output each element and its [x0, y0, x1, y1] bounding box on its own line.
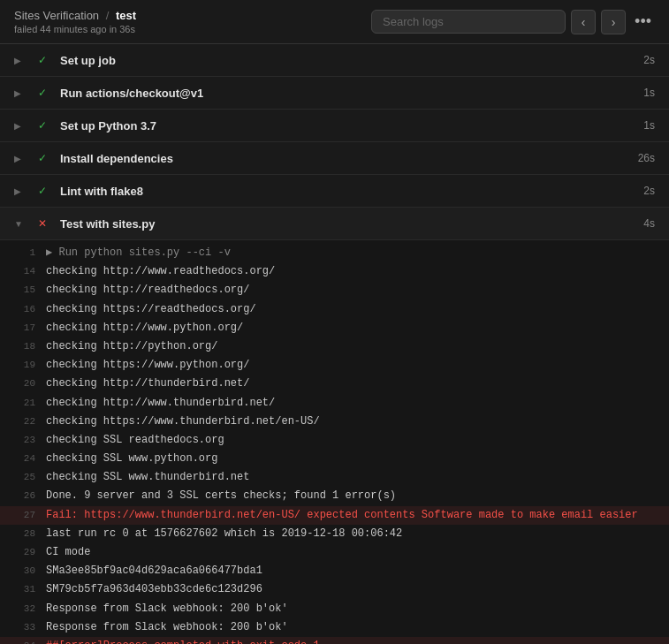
- log-line-15[interactable]: 15 checking http://readthedocs.org/: [0, 281, 669, 299]
- job-duration-checkout: 1s: [628, 87, 655, 99]
- log-area: 1 ▶ Run python sites.py --ci -v 14 check…: [0, 240, 669, 644]
- job-duration-test: 4s: [628, 217, 655, 230]
- log-line-31[interactable]: 31 SM79cb5f7a963d403ebb33cde6c123d296: [0, 580, 669, 599]
- app-container: Sites Verification / test failed 44 minu…: [0, 0, 669, 644]
- line-content-15: checking http://readthedocs.org/: [46, 282, 655, 299]
- line-num-18: 18: [7, 339, 35, 355]
- line-content-17: checking http://www.python.org/: [46, 320, 655, 337]
- line-content-27: Fail: https://www.thunderbird.net/en-US/…: [46, 507, 655, 524]
- job-label-setup: Set up job: [60, 54, 628, 67]
- job-label-deps: Install dependencies: [60, 152, 628, 165]
- line-num-25: 25: [7, 470, 35, 486]
- job-row-lint[interactable]: ▶ ✓ Lint with flake8 2s: [0, 175, 669, 208]
- job-label-python: Set up Python 3.7: [60, 119, 628, 133]
- job-row-python[interactable]: ▶ ✓ Set up Python 3.7 1s: [0, 110, 669, 142]
- line-num-17: 17: [7, 321, 35, 337]
- nav-next-button[interactable]: ›: [601, 10, 626, 34]
- line-num-30: 30: [7, 564, 35, 580]
- job-row-setup[interactable]: ▶ ✓ Set up job 2s: [0, 44, 669, 77]
- header-left: Sites Verification / test failed 44 minu…: [14, 9, 136, 34]
- toggle-deps[interactable]: ▶: [14, 154, 28, 163]
- job-duration-lint: 2s: [628, 185, 655, 197]
- line-num-16: 16: [7, 302, 35, 318]
- line-num-29: 29: [7, 545, 35, 561]
- header: Sites Verification / test failed 44 minu…: [0, 0, 669, 44]
- log-line-14[interactable]: 14 checking http://www.readthedocs.org/: [0, 262, 669, 281]
- line-content-33: Response from Slack webhook: 200 b'ok': [46, 619, 655, 636]
- toggle-checkout[interactable]: ▶: [14, 88, 28, 98]
- toggle-lint[interactable]: ▶: [14, 186, 28, 196]
- log-line-30[interactable]: 30 SMa3ee85bf9ac04d629aca6a066477bda1: [0, 562, 669, 580]
- line-num-28: 28: [7, 527, 35, 542]
- line-content-28: last run rc 0 at 1576627602 which is 201…: [46, 526, 655, 542]
- line-num-32: 32: [7, 602, 35, 617]
- line-num-21: 21: [7, 396, 35, 412]
- nav-prev-button[interactable]: ‹: [571, 10, 596, 34]
- header-right: ‹ › •••: [371, 10, 655, 34]
- search-input[interactable]: [371, 10, 566, 34]
- line-content-30: SMa3ee85bf9ac04d629aca6a066477bda1: [46, 563, 655, 580]
- job-label-checkout: Run actions/checkout@v1: [60, 87, 628, 100]
- job-duration-setup: 2s: [628, 54, 655, 66]
- log-line-18[interactable]: 18 checking http://python.org/: [0, 337, 669, 356]
- log-line-16[interactable]: 16 checking https://readthedocs.org/: [0, 300, 669, 319]
- status-icon-python: ✓: [34, 117, 51, 134]
- line-content-25: checking SSL www.thunderbird.net: [46, 469, 655, 486]
- status-icon-test: ✕: [34, 215, 51, 232]
- log-line-19[interactable]: 19 checking https://www.python.org/: [0, 356, 669, 375]
- job-row-checkout[interactable]: ▶ ✓ Run actions/checkout@v1 1s: [0, 77, 669, 110]
- log-line-27[interactable]: 27 Fail: https://www.thunderbird.net/en-…: [0, 506, 669, 525]
- subtitle: failed 44 minutes ago in 36s: [14, 24, 136, 34]
- status-icon-checkout: ✓: [34, 84, 51, 102]
- toggle-setup[interactable]: ▶: [14, 56, 28, 65]
- jobs-list: ▶ ✓ Set up job 2s ▶ ✓ Run actions/checko…: [0, 44, 669, 644]
- log-line-1[interactable]: 1 ▶ Run python sites.py --ci -v: [0, 244, 669, 262]
- line-num-20: 20: [7, 376, 35, 392]
- breadcrumb-separator: /: [106, 9, 110, 22]
- log-line-23[interactable]: 23 checking SSL readthedocs.org: [0, 431, 669, 450]
- status-icon-lint: ✓: [34, 182, 51, 200]
- line-content-19: checking https://www.python.org/: [46, 357, 655, 374]
- log-line-24[interactable]: 24 checking SSL www.python.org: [0, 450, 669, 468]
- line-num-33: 33: [7, 620, 35, 636]
- log-line-28[interactable]: 28 last run rc 0 at 1576627602 which is …: [0, 525, 669, 543]
- log-line-20[interactable]: 20 checking http://thunderbird.net/: [0, 375, 669, 393]
- line-content-21: checking http://www.thunderbird.net/: [46, 395, 655, 412]
- job-row-test[interactable]: ▼ ✕ Test with sites.py 4s: [0, 208, 669, 240]
- log-line-25[interactable]: 25 checking SSL www.thunderbird.net: [0, 468, 669, 487]
- toggle-python[interactable]: ▶: [14, 121, 28, 131]
- log-line-33[interactable]: 33 Response from Slack webhook: 200 b'ok…: [0, 618, 669, 637]
- toggle-test[interactable]: ▼: [14, 219, 28, 229]
- line-content-16: checking https://readthedocs.org/: [46, 301, 655, 318]
- line-content-29: CI mode: [46, 544, 655, 561]
- breadcrumb: Sites Verification / test: [14, 9, 136, 22]
- line-content-20: checking http://thunderbird.net/: [46, 375, 655, 392]
- line-content-1: ▶ Run python sites.py --ci -v: [46, 245, 655, 261]
- line-num-26: 26: [7, 489, 35, 504]
- log-line-26[interactable]: 26 Done. 9 server and 3 SSL certs checks…: [0, 487, 669, 505]
- line-content-31: SM79cb5f7a963d403ebb33cde6c123d296: [46, 581, 655, 598]
- line-num-1: 1: [7, 246, 35, 261]
- line-num-27: 27: [7, 508, 35, 524]
- line-num-23: 23: [7, 433, 35, 449]
- breadcrumb-job: test: [116, 9, 136, 22]
- line-content-14: checking http://www.readthedocs.org/: [46, 263, 655, 280]
- job-row-deps[interactable]: ▶ ✓ Install dependencies 26s: [0, 142, 669, 175]
- status-icon-deps: ✓: [34, 149, 51, 167]
- line-num-24: 24: [7, 451, 35, 467]
- log-line-32[interactable]: 32 Response from Slack webhook: 200 b'ok…: [0, 600, 669, 618]
- line-num-22: 22: [7, 414, 35, 430]
- log-line-29[interactable]: 29 CI mode: [0, 543, 669, 562]
- log-line-34[interactable]: 34 ##[error]Process completed with exit …: [0, 637, 669, 644]
- breadcrumb-repo: Sites Verification: [14, 9, 99, 22]
- line-content-24: checking SSL www.python.org: [46, 451, 655, 467]
- more-button[interactable]: •••: [631, 11, 655, 33]
- line-content-18: checking http://python.org/: [46, 338, 655, 355]
- log-line-17[interactable]: 17 checking http://www.python.org/: [0, 319, 669, 337]
- line-content-23: checking SSL readthedocs.org: [46, 432, 655, 449]
- log-line-22[interactable]: 22 checking https://www.thunderbird.net/…: [0, 413, 669, 431]
- line-content-34: ##[error]Process completed with exit cod…: [46, 638, 655, 644]
- log-line-21[interactable]: 21 checking http://www.thunderbird.net/: [0, 394, 669, 413]
- line-content-32: Response from Slack webhook: 200 b'ok': [46, 601, 655, 617]
- job-label-lint: Lint with flake8: [60, 185, 628, 198]
